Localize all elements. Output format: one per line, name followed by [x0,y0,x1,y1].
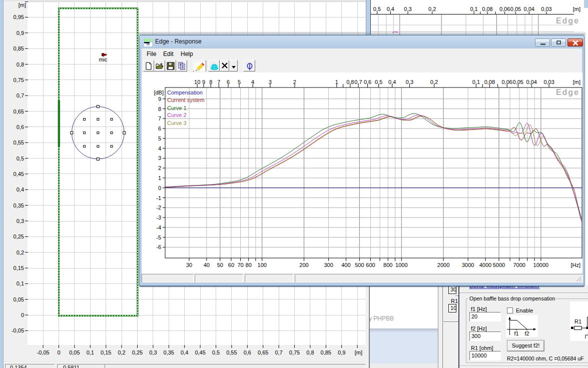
svg-text:Curve 2: Curve 2 [167,112,187,118]
svg-text:-3: -3 [156,214,161,220]
svg-text:0,08: 0,08 [484,79,495,85]
svg-text:9: 9 [202,79,205,85]
svg-text:0,85: 0,85 [14,46,24,52]
svg-text:5: 5 [238,79,241,85]
svg-text:0,4: 0,4 [17,186,24,192]
svg-text:0,8: 0,8 [346,79,354,85]
svg-text:0,5: 0,5 [212,350,220,356]
svg-text:0,9: 0,9 [17,30,24,36]
svg-text:10: 10 [194,79,200,85]
svg-text:0,06: 0,06 [501,79,512,85]
svg-text:0,25: 0,25 [14,234,24,240]
svg-text:4: 4 [251,79,254,85]
svg-text:0,4: 0,4 [181,350,188,356]
svg-text:0,05: 0,05 [513,79,523,85]
svg-text:0,3: 0,3 [404,6,411,12]
svg-text:[dB]: [dB] [154,90,164,96]
svg-text:0,65: 0,65 [14,108,24,114]
svg-text:100: 100 [258,262,267,268]
svg-text:Edge: Edge [556,88,579,96]
svg-text:-0,05: -0,05 [37,350,50,356]
svg-text:0,6: 0,6 [364,79,371,85]
svg-text:0,08: 0,08 [482,6,492,12]
svg-text:0,15: 0,15 [14,265,24,271]
svg-text:-6: -6 [156,244,161,250]
svg-text:0,7: 0,7 [275,350,282,356]
svg-text:400: 400 [341,262,350,268]
svg-text:2: 2 [293,79,296,85]
svg-text:0,04: 0,04 [524,6,534,12]
svg-text:0,45: 0,45 [14,171,24,177]
svg-text:0,1: 0,1 [470,6,477,12]
svg-text:0,3: 0,3 [406,79,413,85]
svg-text:Compensation: Compensation [167,90,203,96]
svg-text:7: 7 [158,116,161,122]
svg-text:80: 80 [246,262,252,268]
svg-text:Current system: Current system [167,97,205,103]
svg-text:f1: f1 [514,330,518,336]
svg-text:0,4: 0,4 [387,6,394,12]
svg-text:0,6: 0,6 [244,350,251,356]
svg-text:-1: -1 [156,195,161,201]
svg-text:0,2: 0,2 [17,250,24,256]
svg-text:0,35: 0,35 [164,350,174,356]
svg-text:0,7: 0,7 [354,79,362,85]
svg-text:800: 800 [383,262,392,268]
svg-text:0,15: 0,15 [101,350,111,356]
svg-text:3: 3 [269,79,272,85]
svg-text:0,6: 0,6 [17,124,24,130]
svg-text:[m]: [m] [355,350,362,356]
svg-text:[Hz]: [Hz] [570,262,580,268]
svg-text:0,45: 0,45 [195,350,205,356]
svg-text:-0,05: -0,05 [12,328,24,334]
svg-text:1000: 1000 [395,262,407,268]
svg-text:60: 60 [228,262,234,268]
svg-text:200: 200 [299,262,308,268]
svg-text:Curve 1: Curve 1 [167,105,187,111]
svg-text:0,5: 0,5 [373,6,381,12]
svg-text:f2: f2 [524,330,529,336]
svg-text:0,95: 0,95 [14,14,24,20]
svg-text:5000: 5000 [493,262,505,268]
svg-text:7000: 7000 [513,262,525,268]
svg-text:0,03: 0,03 [543,79,554,85]
svg-text:0,35: 0,35 [14,202,24,208]
svg-text:0,05: 0,05 [510,6,521,12]
svg-text:0,7: 0,7 [17,92,24,98]
svg-text:0,55: 0,55 [14,140,24,146]
svg-text:3: 3 [158,155,161,161]
svg-text:Curve 3: Curve 3 [167,120,187,126]
svg-text:7: 7 [217,79,220,85]
svg-text:1: 1 [335,79,338,85]
svg-text:0,1: 0,1 [472,79,480,85]
svg-text:R1: R1 [574,318,581,324]
svg-text:0,1: 0,1 [17,280,24,286]
svg-text:50: 50 [217,262,223,268]
svg-text:70: 70 [237,262,243,268]
svg-text:[m]: [m] [573,6,580,12]
svg-text:[m]: [m] [19,2,26,8]
svg-text:0,85: 0,85 [321,350,331,356]
svg-text:0,05: 0,05 [14,296,24,302]
svg-text:0,9: 0,9 [338,350,345,356]
svg-text:500: 500 [355,262,364,268]
svg-text:0,3: 0,3 [149,350,157,356]
svg-text:4: 4 [158,146,161,152]
svg-text:-2: -2 [156,204,161,210]
svg-text:0: 0 [158,185,161,191]
svg-text:0,75: 0,75 [14,77,24,83]
svg-text:0: 0 [57,350,60,356]
svg-text:mic: mic [99,56,108,62]
svg-text:0,06: 0,06 [499,6,510,12]
svg-text:1: 1 [158,175,161,181]
svg-text:0,8: 0,8 [306,350,314,356]
svg-text:30: 30 [186,262,192,268]
svg-text:300: 300 [324,262,333,268]
svg-text:2: 2 [158,165,161,171]
svg-text:-5: -5 [156,234,161,240]
svg-text:3000: 3000 [462,262,474,268]
svg-text:0,05: 0,05 [69,350,80,356]
svg-text:8: 8 [209,79,212,85]
svg-text:0,65: 0,65 [258,350,268,356]
svg-text:0,1: 0,1 [87,350,94,356]
